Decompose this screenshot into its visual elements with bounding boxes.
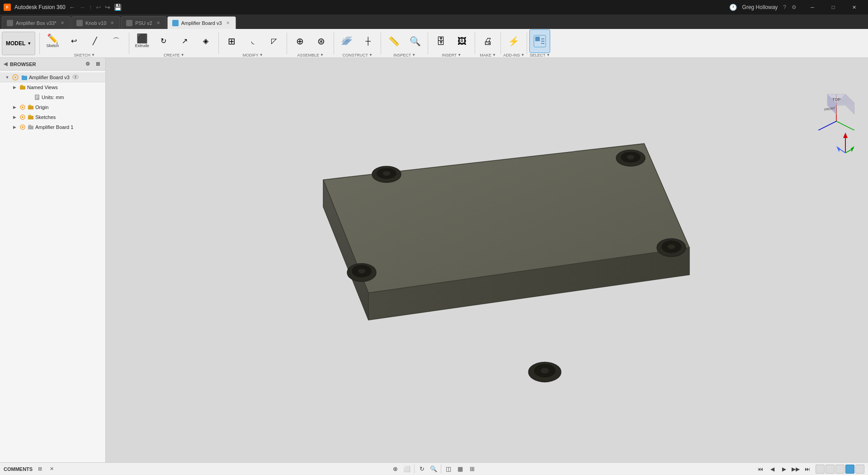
tab-label-2: Knob v10 xyxy=(85,20,106,26)
tree-item-origin[interactable]: ▶ Origin xyxy=(0,102,105,112)
arc-btn[interactable]: ⌒ xyxy=(106,29,127,53)
create-group-label[interactable]: CREATE▼ xyxy=(164,53,184,57)
tab-amplifier-box[interactable]: Amplifier Box v33* ✕ xyxy=(2,16,71,29)
view-cube[interactable]: TOP FRONT xyxy=(814,85,859,130)
tab-close-4[interactable]: ✕ xyxy=(225,20,231,26)
snap-btn[interactable]: ⊕ xyxy=(390,464,401,475)
timeline-item-2[interactable] xyxy=(826,465,835,474)
offset-plane-btn[interactable] xyxy=(336,29,357,53)
tree-toggle-origin[interactable]: ▶ xyxy=(11,104,18,111)
orbit-btn[interactable]: ↻ xyxy=(416,464,427,475)
inspect-group-label[interactable]: INSPECT▼ xyxy=(393,53,415,57)
browser-collapse-btn[interactable]: ◀ xyxy=(4,61,7,67)
tree-toggle-root[interactable]: ▼ xyxy=(4,74,11,81)
effects-btn[interactable]: ⊞ xyxy=(467,464,477,475)
chamfer-btn[interactable]: ◸ xyxy=(264,29,284,53)
scripts-btn[interactable]: ⚡ xyxy=(504,29,524,53)
fillet-btn[interactable]: ◟ xyxy=(242,29,263,53)
sweep-btn[interactable]: ↗ xyxy=(174,29,195,53)
browser-tree: ▼ Amplifier Board v3 ▶ Named Views xyxy=(0,71,105,462)
tab-close-3[interactable]: ✕ xyxy=(155,20,161,26)
timeline-item-4[interactable] xyxy=(845,465,854,474)
tree-item-units[interactable]: ▶ Units: mm xyxy=(0,92,105,102)
revolve-btn[interactable]: ↻ xyxy=(153,29,174,53)
maximize-btn[interactable]: □ xyxy=(823,0,844,14)
line-btn[interactable]: ╱ xyxy=(85,29,105,53)
press-pull-btn[interactable]: ⊞ xyxy=(221,29,242,53)
display-mode-btn[interactable]: ◫ xyxy=(443,464,454,475)
make-group-label[interactable]: MAKE▼ xyxy=(480,53,496,57)
comments-close-btn[interactable]: ✕ xyxy=(47,465,56,474)
root-visibility-icon[interactable] xyxy=(72,74,79,81)
svg-text:TOP: TOP xyxy=(832,97,840,102)
tab-knob[interactable]: Knob v10 ✕ xyxy=(71,16,120,29)
help-btn[interactable]: ? xyxy=(783,4,786,10)
undo-btn[interactable]: ↩ xyxy=(96,4,101,11)
timeline-item-5[interactable] xyxy=(855,465,864,474)
model-dropdown[interactable]: MODEL ▼ xyxy=(2,32,35,55)
tree-item-named-views[interactable]: ▶ Named Views xyxy=(0,82,105,92)
construct-group-label[interactable]: CONSTRUCT▼ xyxy=(343,53,373,57)
tree-toggle-amp-board[interactable]: ▶ xyxy=(11,124,18,131)
prev-start-btn[interactable]: ⏮ xyxy=(755,464,766,475)
minimize-btn[interactable]: ─ xyxy=(802,0,823,14)
finish-sketch-btn[interactable]: ↩ xyxy=(63,29,84,53)
section-analysis-btn[interactable]: 🔍 xyxy=(405,29,425,53)
select-btn[interactable] xyxy=(529,29,550,53)
axis-btn[interactable]: ┼ xyxy=(358,29,378,53)
next-end-btn[interactable]: ⏭ xyxy=(802,464,813,475)
play-btn[interactable]: ▶ xyxy=(778,464,789,475)
nav-back[interactable]: ← xyxy=(69,4,75,11)
tree-toggle-named-views[interactable]: ▶ xyxy=(11,84,18,91)
assemble-group-label[interactable]: ASSEMBLE▼ xyxy=(297,53,324,57)
new-component-btn[interactable]: ⊕ xyxy=(289,29,310,53)
svg-point-39 xyxy=(657,238,686,256)
tab-amplifier-board[interactable]: Amplifier Board v3 ✕ xyxy=(167,16,236,29)
close-btn[interactable]: ✕ xyxy=(844,0,864,14)
create-sketch-btn[interactable]: ✏️ Sketch xyxy=(42,29,63,53)
zoom-btn[interactable]: 🔍 xyxy=(428,464,439,475)
loft-btn[interactable]: ◈ xyxy=(195,29,216,53)
svg-point-33 xyxy=(372,166,401,182)
sketch-group-label[interactable]: SKETCH▼ xyxy=(74,53,95,57)
svg-line-47 xyxy=(818,121,836,130)
joint-btn[interactable]: ⊛ xyxy=(311,29,331,53)
timeline-item-3[interactable] xyxy=(835,465,844,474)
browser-expand-btn[interactable]: ⊞ xyxy=(94,60,102,68)
tree-label-sketches: Sketches xyxy=(35,114,56,120)
tree-item-sketches[interactable]: ▶ Sketches xyxy=(0,112,105,122)
extrude-btn[interactable]: ⬛ Extrude xyxy=(132,29,152,53)
modify-group-label[interactable]: MODIFY▼ xyxy=(243,53,263,57)
grid-btn[interactable]: ⬜ xyxy=(401,464,412,475)
timeline-item-1[interactable] xyxy=(816,465,825,474)
next-btn[interactable]: ▶▶ xyxy=(790,464,801,475)
insert-mesh-btn[interactable]: 🗄 xyxy=(430,29,451,53)
comments-expand-btn[interactable]: ⊞ xyxy=(35,465,44,474)
tree-toggle-sketches[interactable]: ▶ xyxy=(11,114,18,121)
select-group-label[interactable]: SELECT▼ xyxy=(530,53,550,57)
sep-1 xyxy=(129,33,129,54)
tab-close-2[interactable]: ✕ xyxy=(109,20,115,26)
settings-btn[interactable]: ⚙ xyxy=(792,4,797,10)
measure-btn[interactable]: 📏 xyxy=(383,29,404,53)
addins-group-label[interactable]: ADD-INS▼ xyxy=(503,53,524,57)
save-btn[interactable]: 💾 xyxy=(114,4,122,11)
app-title: Autodesk Fusion 360 xyxy=(14,4,66,10)
redo-btn[interactable]: ↪ xyxy=(105,4,110,11)
svg-point-25 xyxy=(22,126,24,128)
nav-up[interactable]: ↑ xyxy=(89,4,92,11)
tree-item-root[interactable]: ▼ Amplifier Board v3 xyxy=(0,72,105,82)
3d-print-btn[interactable]: 🖨 xyxy=(477,29,498,53)
tab-close-1[interactable]: ✕ xyxy=(59,20,66,26)
viewport[interactable]: TOP FRONT xyxy=(106,58,868,462)
browser-settings-btn[interactable]: ⚙ xyxy=(84,60,92,68)
tree-icon-root xyxy=(12,74,19,81)
nav-forward[interactable]: → xyxy=(79,4,85,11)
tree-item-amplifier-board-1[interactable]: ▶ Amplifier Board 1 xyxy=(0,122,105,132)
environment-btn[interactable]: ▦ xyxy=(455,464,466,475)
canvas-btn[interactable]: 🖼 xyxy=(452,29,472,53)
insert-group-label[interactable]: INSERT▼ xyxy=(442,53,461,57)
prev-btn[interactable]: ◀ xyxy=(767,464,778,475)
tab-psu[interactable]: PSU v2 ✕ xyxy=(121,16,166,29)
sep-8 xyxy=(500,33,501,54)
